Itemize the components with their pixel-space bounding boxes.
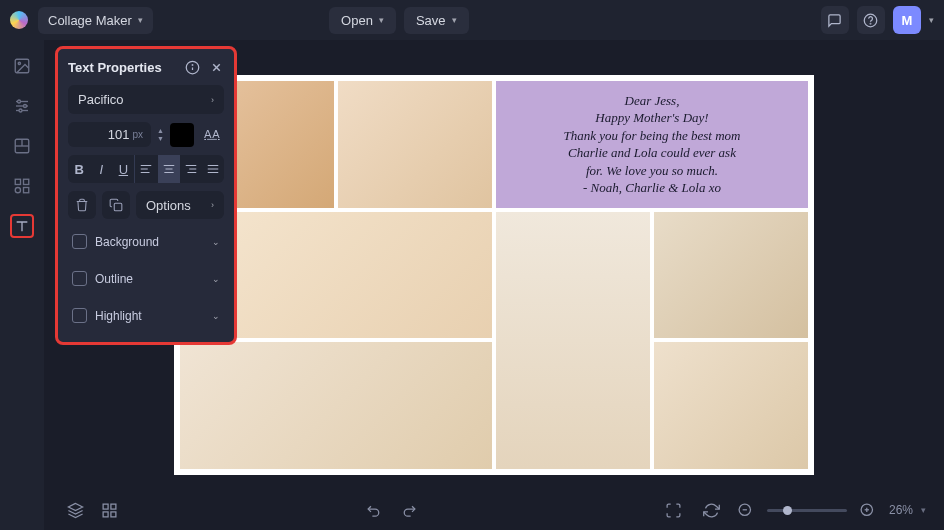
collage-text-line: Dear Jess,	[510, 92, 794, 110]
refresh-icon[interactable]	[699, 497, 725, 523]
svg-rect-16	[24, 188, 29, 193]
layers-icon[interactable]	[62, 497, 88, 523]
svg-point-8	[24, 105, 27, 108]
fullscreen-icon[interactable]	[661, 497, 687, 523]
chevron-up-icon: ▲	[157, 127, 164, 134]
font-size-stepper[interactable]: ▲ ▼	[157, 127, 164, 142]
highlight-checkbox[interactable]	[72, 308, 87, 323]
panel-title: Text Properties	[68, 60, 162, 75]
chevron-right-icon: ›	[211, 95, 214, 105]
highlight-label: Highlight	[95, 309, 204, 323]
redo-icon[interactable]	[395, 497, 421, 523]
collage-text-line: for. We love you so much.	[510, 162, 794, 180]
top-bar: Collage Maker ▾ Open ▾ Save ▾ M ▾	[0, 0, 944, 40]
collage-text-line: - Noah, Charlie & Lola xo	[510, 179, 794, 197]
svg-marker-17	[68, 503, 82, 510]
sticker-icon[interactable]	[10, 174, 34, 198]
format-row: B I U	[68, 155, 224, 183]
background-label: Background	[95, 235, 204, 249]
chevron-down-icon: ▾	[452, 15, 457, 25]
help-icon[interactable]	[857, 6, 885, 34]
outline-section[interactable]: Outline ⌄	[68, 264, 224, 293]
collage-cell[interactable]	[180, 342, 492, 469]
outline-label: Outline	[95, 272, 204, 286]
options-button[interactable]: Options ›	[136, 191, 224, 219]
center-controls: Open ▾ Save ▾	[329, 7, 468, 34]
outline-checkbox[interactable]	[72, 271, 87, 286]
collage-canvas[interactable]: Dear Jess, Happy Mother's Day! Thank you…	[174, 75, 814, 475]
info-icon[interactable]	[184, 59, 200, 75]
bold-button[interactable]: B	[68, 155, 90, 183]
app-logo-icon	[10, 11, 28, 29]
font-family-selector[interactable]: Pacifico ›	[68, 85, 224, 114]
options-row: Options ›	[68, 191, 224, 219]
save-button[interactable]: Save ▾	[404, 7, 469, 34]
font-size-value: 101	[108, 127, 130, 142]
svg-point-7	[18, 100, 21, 103]
chevron-down-icon: ▼	[157, 135, 164, 142]
open-button[interactable]: Open ▾	[329, 7, 396, 34]
header-right: M ▾	[821, 6, 934, 34]
zoom-in-icon[interactable]	[855, 497, 881, 523]
avatar[interactable]: M	[893, 6, 921, 34]
svg-point-1	[871, 23, 872, 24]
align-center-button[interactable]	[158, 155, 180, 183]
image-icon[interactable]	[10, 54, 34, 78]
collage-text-line: Happy Mother's Day!	[510, 109, 794, 127]
svg-rect-21	[110, 511, 115, 516]
duplicate-button[interactable]	[102, 191, 130, 219]
svg-point-3	[18, 62, 20, 64]
align-right-button[interactable]	[180, 155, 202, 183]
panel-head-actions	[184, 59, 224, 75]
background-checkbox[interactable]	[72, 234, 87, 249]
font-size-input[interactable]: 101px	[68, 122, 151, 147]
app-selector[interactable]: Collage Maker ▾	[38, 7, 153, 34]
app-name: Collage Maker	[48, 13, 132, 28]
collage-cell[interactable]	[338, 81, 492, 208]
background-section[interactable]: Background ⌄	[68, 227, 224, 256]
sliders-icon[interactable]	[10, 94, 34, 118]
text-color-swatch[interactable]	[170, 123, 194, 147]
zoom-slider[interactable]	[767, 509, 847, 512]
sidebar	[0, 40, 44, 530]
underline-button[interactable]: U	[112, 155, 134, 183]
grid-view-icon[interactable]	[96, 497, 122, 523]
svg-rect-19	[110, 504, 115, 509]
text-properties-panel: Text Properties Pacifico › 101px ▲ ▼ A͟A…	[55, 46, 237, 345]
align-left-button[interactable]	[135, 155, 157, 183]
svg-rect-44	[114, 203, 122, 211]
zoom-out-icon[interactable]	[733, 497, 759, 523]
font-size-row: 101px ▲ ▼ A͟A	[68, 122, 224, 147]
save-label: Save	[416, 13, 446, 28]
italic-button[interactable]: I	[90, 155, 112, 183]
text-tool-icon[interactable]	[10, 214, 34, 238]
close-icon[interactable]	[208, 59, 224, 75]
collage-cell[interactable]	[654, 212, 808, 339]
font-family-value: Pacifico	[78, 92, 124, 107]
chevron-down-icon[interactable]: ▾	[929, 15, 934, 25]
svg-point-15	[15, 188, 20, 193]
chevron-down-icon: ⌄	[212, 311, 220, 321]
options-label: Options	[146, 198, 191, 213]
layout-icon[interactable]	[10, 134, 34, 158]
align-justify-button[interactable]	[202, 155, 224, 183]
bottom-bar: 26% ▾	[44, 490, 944, 530]
collage-cell[interactable]	[496, 212, 650, 469]
collage-cell[interactable]	[654, 342, 808, 469]
collage-text-cell[interactable]: Dear Jess, Happy Mother's Day! Thank you…	[496, 81, 808, 208]
panel-header: Text Properties	[68, 59, 224, 75]
delete-button[interactable]	[68, 191, 96, 219]
zoom-value: 26%	[889, 503, 913, 517]
svg-rect-14	[24, 179, 29, 184]
chevron-down-icon: ⌄	[212, 274, 220, 284]
collage-text-line: Thank you for being the best mom	[510, 127, 794, 145]
undo-icon[interactable]	[361, 497, 387, 523]
comment-icon[interactable]	[821, 6, 849, 34]
chevron-down-icon: ⌄	[212, 237, 220, 247]
highlight-section[interactable]: Highlight ⌄	[68, 301, 224, 330]
chevron-down-icon[interactable]: ▾	[921, 505, 926, 515]
text-style-button[interactable]: A͟A	[200, 123, 224, 147]
bottom-right: 26% ▾	[699, 497, 926, 523]
chevron-right-icon: ›	[211, 200, 214, 210]
svg-rect-18	[103, 504, 108, 509]
